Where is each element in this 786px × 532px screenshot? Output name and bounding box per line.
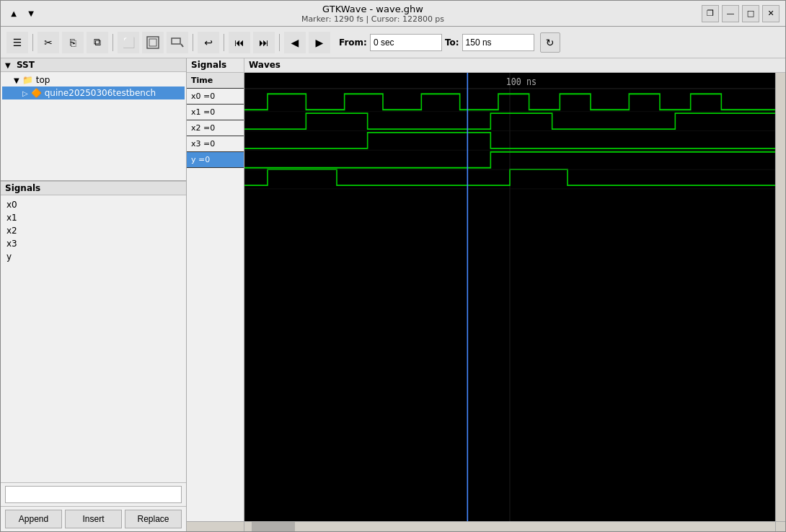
paste-btn[interactable]: ⧉ — [87, 32, 108, 53]
refresh-btn[interactable]: ↻ — [540, 32, 560, 53]
folder-icon: 📁 — [22, 75, 33, 85]
signals-col-header: Signals — [187, 58, 244, 72]
from-input[interactable] — [370, 34, 442, 51]
svg-rect-2 — [172, 38, 180, 44]
from-label: From: — [339, 37, 367, 48]
sst-arrow-tb: ▷ — [22, 89, 28, 97]
sst-tb-label: quine20250306testbench — [45, 88, 156, 98]
signals-section: Signals x0 x1 x2 x3 y 🔍 Append Insert — [1, 181, 186, 531]
hscrollbar[interactable] — [244, 521, 775, 531]
zoom-rect-btn[interactable] — [167, 32, 188, 53]
first-btn[interactable]: ⏮ — [229, 32, 250, 53]
sst-tree: ▼ 📁 top ▷ 🔶 quine20250306testbench — [1, 72, 186, 180]
to-label: To: — [445, 37, 459, 48]
prev-btn[interactable]: ◀ — [284, 32, 306, 53]
waveform-area[interactable]: 100 ns — [244, 73, 775, 521]
svg-text:100 ns: 100 ns — [506, 76, 536, 87]
titlebar-arrow-group: ▲ ▼ — [6, 6, 38, 21]
sst-item-top[interactable]: ▼ 📁 top — [2, 74, 185, 87]
sst-label: SST — [17, 60, 35, 70]
signals-search-area: 🔍 — [1, 482, 186, 506]
signals-header: Signals — [1, 181, 186, 195]
toolbar-sep-1 — [32, 34, 33, 51]
titlebar-subtitle: Marker: 1290 fs | Cursor: 122800 ps — [44, 14, 702, 24]
toolbar-sep-5 — [279, 34, 280, 51]
signal-x0[interactable]: x0 — [6, 198, 180, 211]
signal-x1[interactable]: x1 — [6, 211, 180, 224]
wave-row-x3[interactable]: x3 =0 — [187, 136, 244, 152]
time-label: Time — [191, 76, 213, 85]
right-panel: Signals Waves Time x0 =0 x1 =0 x2 — [187, 58, 785, 531]
sst-header: ▼ SST — [1, 58, 186, 72]
wave-main-row: Time x0 =0 x1 =0 x2 =0 x3 =0 y — [187, 73, 785, 521]
wave-x1-label: x1 =0 — [191, 107, 215, 117]
scroll-down-btn[interactable]: ▼ — [24, 6, 38, 21]
bottom-scrollbar-area — [187, 521, 785, 531]
main-area: ▼ SST ▼ 📁 top ▷ 🔶 quine20250306testbench — [1, 58, 785, 531]
wave-row-x1[interactable]: x1 =0 — [187, 105, 244, 120]
sst-section: ▼ SST ▼ 📁 top ▷ 🔶 quine20250306testbench — [1, 58, 186, 181]
titlebar-controls: ❐ — □ ✕ — [702, 5, 780, 22]
vscrollbar[interactable] — [775, 73, 785, 521]
toolbar-sep-3 — [193, 34, 193, 51]
sst-top-label: top — [36, 75, 50, 85]
restore-btn[interactable]: ❐ — [702, 5, 719, 22]
next-btn[interactable]: ▶ — [309, 32, 330, 53]
wave-signals-col: Time x0 =0 x1 =0 x2 =0 x3 =0 y — [187, 73, 244, 521]
app-title: GTKWave - wave.ghw — [44, 4, 702, 14]
sst-arrow-top: ▼ — [14, 76, 19, 84]
waveform-svg: 100 ns — [244, 73, 775, 521]
fast-forward-btn[interactable]: ⏭ — [253, 32, 275, 53]
module-icon: 🔶 — [31, 88, 42, 98]
sst-item-testbench[interactable]: ▷ 🔶 quine20250306testbench — [2, 87, 185, 99]
left-panel: ▼ SST ▼ 📁 top ▷ 🔶 quine20250306testbench — [1, 58, 187, 531]
waves-col-header: Waves — [244, 58, 785, 72]
scroll-corner — [775, 521, 785, 531]
search-wrapper: 🔍 — [5, 486, 182, 503]
titlebar: ▲ ▼ GTKWave - wave.ghw Marker: 1290 fs |… — [1, 1, 785, 27]
copy-btn[interactable]: ⎘ — [62, 32, 84, 53]
cut-btn[interactable]: ✂ — [37, 32, 59, 53]
svg-rect-0 — [147, 37, 159, 48]
time-range: From: To: ↻ — [339, 32, 560, 53]
bottom-left-corner — [187, 521, 244, 531]
wave-row-x2[interactable]: x2 =0 — [187, 120, 244, 136]
wave-header-row: Signals Waves — [187, 58, 785, 73]
search-input[interactable] — [5, 486, 182, 503]
menu-btn[interactable]: ☰ — [6, 32, 28, 53]
replace-button[interactable]: Replace — [125, 510, 182, 528]
wave-row-y[interactable]: y =0 — [187, 152, 244, 168]
scroll-up-btn[interactable]: ▲ — [6, 6, 21, 21]
select-all-btn[interactable]: ⬜ — [118, 32, 139, 53]
wave-x2-label: x2 =0 — [191, 123, 215, 133]
wave-time-header: Time — [187, 73, 244, 89]
undo-btn[interactable]: ↩ — [198, 32, 219, 53]
maximize-btn[interactable]: □ — [742, 5, 759, 22]
signals-list: x0 x1 x2 x3 y — [1, 195, 186, 482]
toolbar-sep-4 — [224, 34, 224, 51]
insert-button[interactable]: Insert — [65, 510, 122, 528]
signal-y[interactable]: y — [6, 250, 180, 263]
svg-rect-1 — [149, 39, 156, 46]
svg-line-3 — [181, 44, 183, 47]
sst-collapse-arrow[interactable]: ▼ — [5, 61, 11, 69]
wave-x3-label: x3 =0 — [191, 139, 215, 148]
append-button[interactable]: Append — [5, 510, 62, 528]
toolbar-sep-2 — [112, 34, 113, 51]
toolbar: ☰ ✂ ⎘ ⧉ ⬜ ↩ ⏮ ⏭ ◀ ▶ From: To: ↻ — [1, 27, 785, 58]
wave-y-label: y =0 — [191, 155, 210, 164]
to-input[interactable] — [462, 34, 534, 51]
main-window: ▲ ▼ GTKWave - wave.ghw Marker: 1290 fs |… — [0, 0, 786, 532]
wave-row-x0[interactable]: x0 =0 — [187, 89, 244, 105]
zoom-fit-btn[interactable] — [142, 32, 164, 53]
signal-x3[interactable]: x3 — [6, 237, 180, 250]
signal-x2[interactable]: x2 — [6, 224, 180, 237]
wave-x0-label: x0 =0 — [191, 92, 215, 101]
signal-action-buttons: Append Insert Replace — [1, 506, 186, 531]
titlebar-title: GTKWave - wave.ghw Marker: 1290 fs | Cur… — [44, 4, 702, 24]
close-btn[interactable]: ✕ — [762, 5, 780, 22]
minimize-btn[interactable]: — — [722, 5, 739, 22]
